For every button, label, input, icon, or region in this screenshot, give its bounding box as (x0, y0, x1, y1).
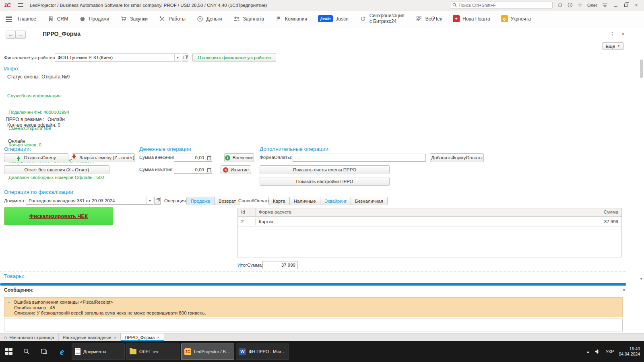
payment-cash-option[interactable]: Наличные (290, 197, 320, 205)
close-window-button[interactable]: × (634, 2, 639, 8)
document-combobox[interactable]: Расходная накладная 331 от 29.03.2024 ▼ (26, 197, 153, 205)
open-windows-tabbar: ⌂ Начальная страница Расходные накладные… (0, 333, 644, 341)
total-sum-input[interactable] (262, 261, 298, 269)
calculator-icon[interactable] (206, 166, 212, 174)
close-tab-icon[interactable]: × (114, 335, 116, 340)
windows-taskbar: e Документы ОЛЕГ тек 1С LedProjector / B… (0, 341, 644, 362)
operation-sale-option[interactable]: Продажа (186, 197, 215, 205)
message-input-area[interactable] (4, 319, 623, 331)
nav-item-webchek[interactable]: ВебЧек (415, 15, 442, 23)
nav-item-zarplata[interactable]: Зарплата (233, 15, 264, 23)
operation-toggle: Продажа Возврат (186, 197, 240, 205)
close-tab-icon[interactable]: × (157, 335, 159, 340)
messages-close-icon[interactable]: × (622, 287, 625, 293)
open-document-link-button[interactable] (154, 197, 161, 205)
column-header-sum[interactable]: Сумма (577, 208, 621, 216)
column-header-form[interactable]: Форма расчета (256, 208, 577, 216)
taskbar-app-documents[interactable]: Документы (72, 343, 125, 360)
search-input[interactable] (458, 3, 550, 8)
language-indicator[interactable]: УКР (606, 349, 614, 354)
disconnect-fiscal-device-button[interactable]: Отключить фискльное устройство (192, 53, 276, 62)
nav-item-dengi[interactable]: Деньги (196, 15, 222, 23)
open-shift-label: ОткрытьСмену (24, 155, 56, 160)
start-button[interactable] (0, 341, 18, 362)
payments-table-header: Id Форма расчета Сумма (238, 208, 621, 217)
nav-item-crm[interactable]: CRM (47, 15, 68, 23)
minimize-button[interactable] (613, 2, 618, 8)
tab-home[interactable]: ⌂ Начальная страница (0, 333, 59, 341)
history-nav-buttons: ← → (6, 31, 26, 39)
form-close-icon[interactable]: × (621, 31, 625, 37)
more-button[interactable]: Еще ▼ (602, 42, 624, 50)
scrollbar-thumb[interactable] (640, 60, 643, 78)
deposit-sum-input[interactable] (174, 154, 206, 162)
open-fiscal-device-link-button[interactable] (182, 53, 188, 62)
column-header-id[interactable]: Id (238, 208, 256, 216)
nav-item-zakupki[interactable]: Закупки (120, 15, 148, 23)
scroll-down-icon[interactable]: ▼ (640, 277, 643, 281)
restore-button[interactable] (623, 2, 629, 8)
tab-prro-forma[interactable]: ПРРО_Форма × (121, 333, 164, 341)
x-report-button[interactable]: Отчет без гашения (X - Отчет) (4, 165, 109, 174)
withdraw-button[interactable]: × Изъятие (221, 165, 251, 174)
nav-item-justin[interactable]: justin Justin (318, 15, 349, 22)
search-icon (452, 3, 457, 7)
payment-acquiring-option[interactable]: Эквайринг (320, 197, 351, 205)
show-prro-settings-button[interactable]: Показать настройки ПРРО (260, 177, 390, 186)
close-shift-button[interactable]: Закрыть смену (Z - отчет) (72, 153, 135, 162)
operation-return-option[interactable]: Возврат (215, 197, 240, 205)
speaker-icon[interactable] (594, 349, 601, 354)
fiscal-device-combobox[interactable]: ФОП Тупічкин Р. Ю.(Киев) ▼ (55, 53, 181, 62)
history-clock-icon[interactable] (568, 2, 573, 8)
open-shift-button[interactable]: ОткрытьСмену (4, 153, 68, 162)
withdraw-sum-label: Сумма изъятия: (139, 167, 173, 172)
favorites-star-icon[interactable]: ☆ (578, 2, 582, 8)
payment-cashless-option[interactable]: Безналичная (351, 197, 388, 205)
splitter-bar[interactable] (0, 283, 626, 286)
notifications-bell-icon[interactable] (557, 2, 563, 8)
taskbar-app-word[interactable]: W ФН ПРРО - Micros... (236, 343, 289, 360)
global-search[interactable] (450, 2, 553, 9)
back-button[interactable]: ← (6, 31, 16, 39)
chevron-down-icon[interactable]: ▼ (147, 197, 153, 204)
table-row[interactable]: 2 Картка 37 999 (238, 217, 621, 227)
payment-card-option[interactable]: Карта (268, 197, 290, 205)
error-text: Описание У безкоштовній версії загальна … (14, 311, 206, 315)
nav-item-raboty[interactable]: Работы (159, 15, 186, 23)
taskbar-tray: ▲ УКР 16:40 04.04.2024 (586, 341, 644, 362)
settings-filter-icon[interactable] (602, 3, 608, 8)
calculator-icon[interactable] (206, 154, 212, 162)
clock[interactable]: 16:40 04.04.2024 (619, 346, 640, 357)
service-line: Диапазон свободных номеров Офлайн : 500 (7, 175, 104, 181)
sections-panel-icon[interactable] (6, 16, 12, 22)
tray-expand-icon[interactable]: ▲ (586, 350, 590, 354)
nav-item-nova-poshta[interactable]: ✦ Нова Пошта (453, 15, 490, 22)
home-icon: ⌂ (4, 335, 7, 340)
tab-rashodnye-nakladnye[interactable]: Расходные накладные × (59, 333, 121, 341)
taskbar-search-button[interactable] (18, 341, 35, 362)
nav-item-bitrix-sync[interactable]: Синхронизация с Битрикс24 (359, 13, 405, 25)
section-separator (0, 272, 626, 272)
titlebar-menu-icon[interactable] (18, 3, 23, 7)
payment-form-input[interactable] (293, 154, 426, 162)
deposit-button[interactable]: + Внесение (224, 153, 254, 162)
internet-explorer-button[interactable]: e (53, 341, 71, 362)
add-payment-form-button[interactable]: ДобавитьФормуОплаты (430, 153, 484, 162)
show-shift-reports-button[interactable]: Показать очеты смены ПРРО (260, 165, 390, 174)
forward-button[interactable]: → (16, 31, 26, 39)
nav-item-prodazhi[interactable]: Продажи (79, 15, 109, 23)
user-menu[interactable]: Олег (587, 3, 597, 8)
info-link[interactable]: Инфо: (4, 66, 19, 72)
task-view-button[interactable] (35, 341, 53, 362)
nav-item-kompaniya[interactable]: Компания (275, 15, 307, 23)
nav-item-glavnoe[interactable]: Главное (18, 16, 36, 22)
chevron-down-icon[interactable]: ▼ (174, 54, 181, 61)
nav-item-ukrposhta[interactable]: ϙ Укрпочта (501, 15, 531, 22)
form-menu-dots-icon[interactable]: ⋮ (610, 31, 615, 37)
operation-label: Операция: (164, 198, 187, 203)
withdraw-sum-input[interactable] (174, 166, 206, 174)
fiscalize-check-button[interactable]: Фискализировать ЧЕК (4, 207, 113, 225)
collapse-icon[interactable]: − (8, 300, 10, 304)
taskbar-app-oleg-tek[interactable]: ОЛЕГ тек (126, 343, 180, 360)
taskbar-app-ledprojector[interactable]: 1С LedProjector / Busi... (181, 343, 234, 360)
